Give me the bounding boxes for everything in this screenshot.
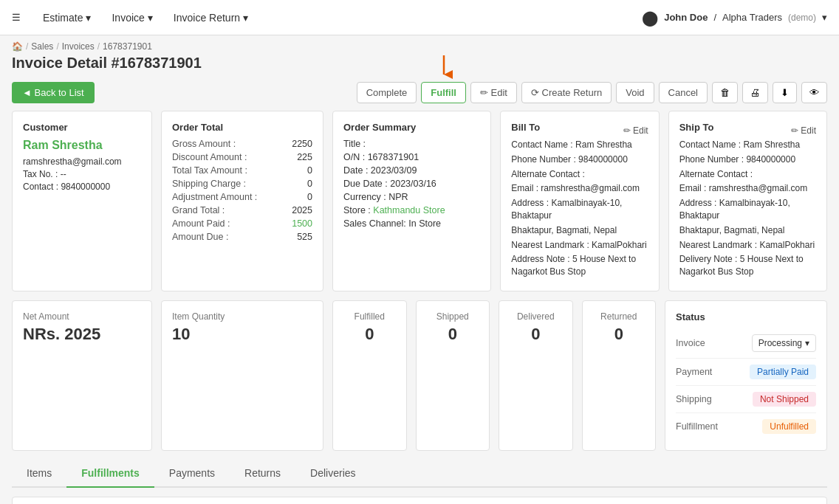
shipping-label: Shipping Charge : [172,179,246,189]
user-name: John Doe [664,12,708,23]
user-menu[interactable]: ⬤ John Doe / Alpha Traders (demo) ▾ [642,9,827,27]
chevron-down-icon: ▾ [805,338,809,348]
ship-contact-value: Ram Shrestha [743,139,800,150]
fulfilled-value: 0 [343,325,396,344]
invoice-status-select[interactable]: Processing ▾ [752,334,816,352]
chevron-down-icon: ▾ [86,12,91,24]
customer-email: ramshrestha@gmail.com [23,156,141,167]
view-button[interactable]: 👁 [801,82,827,103]
breadcrumb-invoices[interactable]: Invoices [62,41,95,52]
shipping-status-row: Shipping Not Shipped [676,386,816,413]
customer-card: Customer Ram Shrestha ramshrestha@gmail.… [12,111,152,291]
user-separator: / [713,12,716,23]
customer-name: Ram Shrestha [23,139,141,152]
tab-items[interactable]: Items [12,460,66,488]
order-row-paid: Amount Paid : 1500 [172,218,312,229]
tabs-row: Items Fulfillments Payments Returns Deli… [12,460,827,488]
gross-label: Gross Amount : [172,139,236,149]
nav-invoice-return[interactable]: Invoice Return ▾ [163,0,258,35]
ship-contact-label: Contact Name : [679,139,741,150]
contact-label: Contact : [23,182,58,192]
cancel-button[interactable]: Cancel [659,82,708,103]
bill-to-edit-button[interactable]: ✏ Edit [623,125,648,136]
payment-status-badge: Partially Paid [750,365,816,379]
tab-fulfillments[interactable]: Fulfillments [66,460,154,488]
bill-to-title: Bill To [511,122,540,133]
ship-phone: Phone Number : 9840000000 [679,153,816,166]
net-amount-card: Net Amount NRs. 2025 [12,300,152,451]
print-button[interactable]: 🖨 [742,82,768,103]
order-total-title: Order Total [172,122,312,133]
ship-city: Bhaktapur, Bagmati, Nepal [679,224,816,237]
top-navigation: ☰ Estimate ▾ Invoice ▾ Invoice Return ▾ … [0,0,839,35]
ship-contact-name: Contact Name : Ram Shrestha [679,139,816,151]
bill-contact-value: Ram Shrestha [575,139,632,150]
tab-payments[interactable]: Payments [154,460,230,488]
download-button[interactable]: ⬇ [773,82,797,103]
ship-alt-contact: Alternate Contact : [679,168,816,181]
discount-label: Discount Amount : [172,152,247,162]
channel-label: Sales Channel: [343,218,406,229]
store-value[interactable]: Kathmandu Store [373,205,445,215]
back-to-list-button[interactable]: ◄ Back to List [12,82,95,103]
user-company: Alpha Traders [722,12,782,23]
home-icon[interactable]: 🏠 [12,41,23,52]
fulfill-button[interactable]: Fulfill [421,82,466,103]
nav-invoice-return-label: Invoice Return [174,12,240,24]
shipped-value: 0 [427,325,479,344]
item-qty-card: Item Quantity 10 [161,300,323,451]
returned-label: Returned [593,311,645,322]
nav-estimate-label: Estimate [43,12,83,24]
breadcrumb-sales[interactable]: Sales [31,41,53,52]
order-row-grand: Grand Total : 2025 [172,205,312,215]
ship-to-card: Ship To ✏ Edit Contact Name : Ram Shrest… [668,111,827,291]
order-row-gross: Gross Amount : 2250 [172,139,312,149]
ship-landmark-value: KamalPokhari [759,240,815,250]
bill-note-label: Address Note : [511,254,569,264]
date-value: 2023/03/09 [371,165,417,176]
status-title: Status [676,311,816,322]
tab-deliveries[interactable]: Deliveries [295,460,370,488]
store-label: Store : [343,205,371,215]
fulfillment-status-label: Fulfillment [676,421,718,432]
edit-button[interactable]: ✏ Edit [470,82,517,103]
bottom-row: Items Fulfillments Payments Returns Deli… [12,460,827,504]
ship-to-edit-button[interactable]: ✏ Edit [791,125,816,136]
on-value: 1678371901 [368,152,420,162]
nav-estimate[interactable]: Estimate ▾ [32,0,101,35]
invoice-status-value: Processing [758,338,802,348]
bill-alt-contact: Alternate Contact : [511,168,648,181]
summary-title-label: Title : [343,139,366,149]
returned-card: Returned 0 [582,300,657,451]
bill-phone: Phone Number : 9840000000 [511,153,648,166]
fulfill-arrow-icon [435,55,453,79]
customer-section-title: Customer [23,122,141,133]
shipped-label: Shipped [427,311,479,322]
main-content: Customer Ram Shrestha ramshrestha@gmail.… [0,111,839,504]
shipping-status-badge: Not Shipped [753,392,816,407]
order-summary-card: Order Summary Title : O/N : 1678371901 D… [332,111,491,291]
ship-address: Address : Kamalbinayak-10, Bhaktapur [679,197,816,222]
fulfillment-status-row: Fulfillment Unfulfilled [676,413,816,440]
bill-contact-label: Contact Name : [511,139,572,150]
hamburger-icon[interactable]: ☰ [12,12,21,23]
currency-value: NPR [388,192,408,202]
ship-email: Email : ramshrestha@gmail.com [679,182,816,195]
order-row-tax: Total Tax Amount : 0 [172,165,312,176]
item-qty-value: 10 [172,325,312,344]
delivered-card: Delivered 0 [499,300,573,451]
item-qty-label: Item Quantity [172,311,312,322]
channel-value: In Store [408,218,441,229]
complete-button[interactable]: Complete [357,82,417,103]
chevron-down-icon: ▾ [822,12,827,23]
due-date-value: 2023/03/16 [390,179,436,189]
create-return-button[interactable]: ⟳ Create Return [521,82,612,103]
nav-invoice[interactable]: Invoice ▾ [101,0,162,35]
delete-button[interactable]: 🗑 [712,82,738,103]
summary-on-row: O/N : 1678371901 [343,152,480,162]
summary-currency-row: Currency : NPR [343,192,480,202]
tab-returns[interactable]: Returns [230,460,295,488]
returned-value: 0 [593,325,645,344]
currency-label: Currency : [343,192,386,202]
void-button[interactable]: Void [616,82,654,103]
